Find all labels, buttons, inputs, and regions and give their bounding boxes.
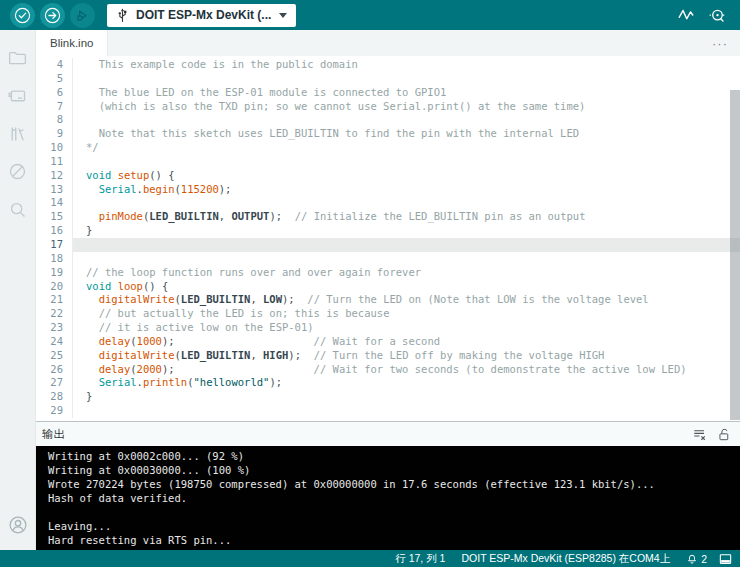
code-text: delay(1000); // Wait for a second: [72, 335, 740, 349]
code-text: The blue LED on the ESP-01 module is con…: [72, 86, 740, 100]
notifications-button[interactable]: 2: [686, 553, 707, 565]
code-text: [72, 155, 740, 169]
code-text: void loop() {: [72, 280, 740, 294]
code-line[interactable]: 6 The blue LED on the ESP-01 module is c…: [36, 86, 740, 100]
sidebar-item-boards-manager[interactable]: [0, 76, 36, 114]
code-text: [72, 238, 740, 252]
line-number: 11: [36, 155, 72, 169]
circuit-board-icon: [7, 85, 28, 106]
code-line[interactable]: 8: [36, 113, 740, 127]
search-icon: [7, 199, 28, 220]
code-line[interactable]: 5: [36, 72, 740, 86]
code-text: Serial.println("helloworld");: [72, 376, 740, 390]
code-lines: 4 This example code is in the public dom…: [36, 56, 740, 418]
code-line[interactable]: 7 (which is also the TXD pin; so we cann…: [36, 100, 740, 114]
account-icon: [7, 514, 29, 536]
code-text: }: [72, 224, 740, 238]
code-line[interactable]: 17: [36, 238, 740, 252]
debug-icon: [74, 7, 91, 24]
code-line[interactable]: 16}: [36, 224, 740, 238]
code-line[interactable]: 18: [36, 252, 740, 266]
code-text: [72, 252, 740, 266]
output-console[interactable]: Writing at 0x0002c000... (92 %) Writing …: [36, 446, 740, 550]
code-line[interactable]: 14: [36, 196, 740, 210]
code-editor[interactable]: 4 This example code is in the public dom…: [36, 56, 740, 421]
board-selector[interactable]: DOIT ESP-Mx DevKit (...: [107, 4, 296, 27]
line-number: 9: [36, 127, 72, 141]
bell-icon: [686, 553, 698, 565]
code-line[interactable]: 23 // it is active low on the ESP-01): [36, 321, 740, 335]
line-number: 7: [36, 100, 72, 114]
code-line[interactable]: 25 digitalWrite(LED_BUILTIN, HIGH); // T…: [36, 349, 740, 363]
code-line[interactable]: 21 digitalWrite(LED_BUILTIN, LOW); // Tu…: [36, 293, 740, 307]
code-text: Serial.begin(115200);: [72, 183, 740, 197]
line-number: 18: [36, 252, 72, 266]
code-text: // the loop function runs over and over …: [72, 266, 740, 280]
lock-open-icon[interactable]: [718, 427, 731, 442]
sidebar-item-debug[interactable]: [0, 152, 36, 190]
notification-count: 2: [701, 553, 707, 565]
line-number: 28: [36, 390, 72, 404]
code-text: // but actually the LED is on; this is b…: [72, 307, 740, 321]
clear-output-button[interactable]: [692, 427, 707, 442]
activity-bar: [0, 30, 36, 550]
arduino-ide-window: DOIT ESP-Mx DevKit (...: [0, 0, 740, 567]
line-number: 26: [36, 363, 72, 377]
code-line[interactable]: 12void setup() {: [36, 169, 740, 183]
board-selector-label: DOIT ESP-Mx DevKit (...: [136, 8, 271, 22]
upload-button[interactable]: [40, 3, 65, 28]
code-text: digitalWrite(LED_BUILTIN, LOW); // Turn …: [72, 293, 740, 307]
code-line[interactable]: 9 Note that this sketch uses LED_BUILTIN…: [36, 127, 740, 141]
line-number: 20: [36, 280, 72, 294]
editor-scrollbar[interactable]: [730, 90, 740, 420]
code-text: digitalWrite(LED_BUILTIN, HIGH); // Turn…: [72, 349, 740, 363]
code-line[interactable]: 4 This example code is in the public dom…: [36, 58, 740, 72]
code-text: (which is also the TXD pin; so we cannot…: [72, 100, 740, 114]
statusbar-board-port[interactable]: DOIT ESP-Mx DevKit (ESP8285) 在COM4上: [461, 552, 670, 566]
cursor-position[interactable]: 行 17, 列 1: [395, 552, 445, 566]
code-text: [72, 72, 740, 86]
line-number: 22: [36, 307, 72, 321]
code-line[interactable]: 13 Serial.begin(115200);: [36, 183, 740, 197]
code-line[interactable]: 26 delay(2000); // Wait for two seconds …: [36, 363, 740, 377]
code-text: // it is active low on the ESP-01): [72, 321, 740, 335]
toggle-panel-button[interactable]: [719, 553, 732, 565]
code-line[interactable]: 28}: [36, 390, 740, 404]
usb-plug-icon: [116, 8, 129, 23]
tab-bar: Blink.ino ···: [36, 30, 740, 56]
verify-button[interactable]: [10, 3, 35, 28]
code-text: */: [72, 141, 740, 155]
line-number: 13: [36, 183, 72, 197]
code-line[interactable]: 22 // but actually the LED is on; this i…: [36, 307, 740, 321]
code-text: [72, 113, 740, 127]
code-line[interactable]: 27 Serial.println("helloworld");: [36, 376, 740, 390]
code-line[interactable]: 29: [36, 404, 740, 418]
line-number: 4: [36, 58, 72, 72]
tab-blink-ino[interactable]: Blink.ino: [36, 30, 108, 56]
code-line[interactable]: 10*/: [36, 141, 740, 155]
debug-button[interactable]: [70, 3, 95, 28]
code-text: }: [72, 390, 740, 404]
sidebar-item-sketchbook[interactable]: [0, 38, 36, 76]
right-arrow-icon: [44, 7, 61, 24]
no-entry-icon: [7, 161, 28, 182]
output-panel-title: 输出: [42, 427, 65, 442]
line-number: 19: [36, 266, 72, 280]
code-line[interactable]: 24 delay(1000); // Wait for a second: [36, 335, 740, 349]
code-line[interactable]: 20void loop() {: [36, 280, 740, 294]
line-number: 27: [36, 376, 72, 390]
code-text: [72, 404, 740, 418]
code-text: void setup() {: [72, 169, 740, 183]
code-line[interactable]: 11: [36, 155, 740, 169]
serial-plotter-button[interactable]: [677, 6, 695, 24]
line-number: 10: [36, 141, 72, 155]
sidebar-item-search[interactable]: [0, 190, 36, 228]
sidebar-item-library-manager[interactable]: [0, 114, 36, 152]
account-button[interactable]: [0, 506, 36, 544]
code-line[interactable]: 15 pinMode(LED_BUILTIN, OUTPUT); // Init…: [36, 210, 740, 224]
code-text: [72, 196, 740, 210]
output-panel-header: 输出: [36, 421, 740, 446]
code-line[interactable]: 19// the loop function runs over and ove…: [36, 266, 740, 280]
more-actions-icon[interactable]: ···: [712, 36, 728, 51]
serial-monitor-button[interactable]: [708, 6, 727, 25]
